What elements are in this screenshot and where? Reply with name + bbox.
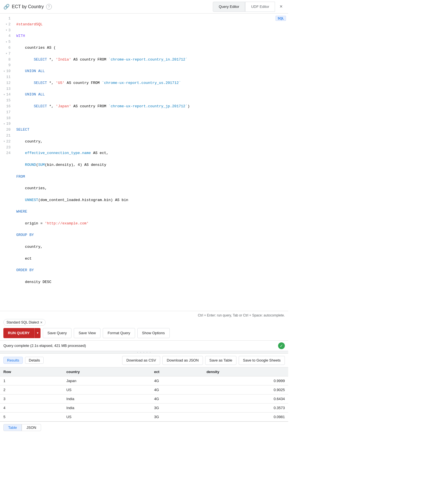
run-query-dropdown-arrow[interactable]: ▾ (34, 328, 41, 338)
header-tabs: Query Editor UDF Editor × (213, 2, 285, 12)
code-line-14: FROM (16, 174, 285, 180)
cell-ect-3: 4G (151, 394, 203, 403)
dialect-bar: Standard SQL Dialect × (3, 319, 285, 326)
line-15: 15 (3, 98, 11, 104)
line-22: ▾22 (3, 139, 11, 145)
dialect-tag: Standard SQL Dialect × (3, 319, 46, 326)
save-query-button[interactable]: Save Query (43, 328, 72, 338)
code-line-15: countries, (16, 186, 285, 191)
code-line-13: ROUND(SUM(bin.density), 4) AS density (16, 162, 285, 168)
line-6: 6 (3, 45, 11, 51)
line-20: 20 (3, 127, 11, 133)
header: 🔗 ECT by Country ? Query Editor UDF Edit… (0, 0, 288, 14)
dialect-label: Standard SQL Dialect (6, 320, 39, 324)
save-table-button[interactable]: Save as Table (205, 356, 236, 365)
bottom-tabs: Table JSON (0, 422, 288, 433)
code-line-19: GROUP BY (16, 232, 285, 238)
download-csv-button[interactable]: Download as CSV (122, 356, 160, 365)
line-11: 11 (3, 74, 11, 80)
cell-country-3: India (63, 394, 151, 403)
line-2: ▾2 (3, 22, 11, 28)
sql-badge: SQL (276, 16, 286, 21)
cell-row-1: 1 (0, 376, 63, 385)
save-view-button[interactable]: Save View (74, 328, 100, 338)
col-header-row: Row (0, 367, 63, 376)
code-lines[interactable]: #standardSQL WITH countries AS ( SELECT … (13, 16, 288, 309)
line-18: 18 (3, 115, 11, 121)
cell-country-4: India (63, 403, 151, 412)
run-query-label: RUN QUERY (3, 328, 34, 338)
tab-query-editor[interactable]: Query Editor (213, 2, 245, 12)
code-line-11: country, (16, 139, 285, 145)
line-14: ▾14 (3, 92, 11, 98)
col-header-ect: ect (151, 367, 203, 376)
code-line-16: UNNEST(dom_content_loaded.histogram.bin)… (16, 197, 285, 203)
tab-details[interactable]: Details (25, 357, 44, 364)
button-row: RUN QUERY ▾ Save Query Save View Format … (3, 328, 285, 338)
col-header-country: country (63, 367, 151, 376)
code-line-22: ORDER BY (16, 267, 285, 273)
check-icon: ✓ (278, 342, 285, 349)
run-query-button[interactable]: RUN QUERY ▾ (3, 328, 41, 338)
dialect-close-icon[interactable]: × (40, 320, 42, 325)
table-row: 2 US 4G 0.9025 (0, 385, 288, 394)
bottom-tab-json[interactable]: JSON (22, 424, 41, 431)
code-line-24 (16, 291, 285, 297)
code-editor[interactable]: 1 ▾2 ▾3 4 ▾5 6 ▾7 8 9 ▾10 11 12 13 ▾14 1… (0, 14, 288, 311)
line-10: ▾10 (3, 68, 11, 74)
save-sheets-button[interactable]: Save to Google Sheets (239, 356, 285, 365)
cell-density-3: 0.6434 (203, 394, 288, 403)
link-icon[interactable]: 🔗 (3, 4, 10, 10)
page-title: ECT by Country (12, 4, 44, 9)
code-line-8: SELECT *, 'Japan' AS country FROM `chrom… (16, 104, 285, 110)
line-9: 9 (3, 63, 11, 68)
code-line-3: countries AS ( (16, 45, 285, 51)
cell-ect-4: 3G (151, 403, 203, 412)
code-line-2: WITH (16, 33, 285, 39)
table-row: 5 US 3G 0.0981 (0, 412, 288, 421)
cell-ect-2: 4G (151, 385, 203, 394)
code-line-10: SELECT (16, 127, 285, 133)
download-json-button[interactable]: Download as JSON (162, 356, 203, 365)
code-line-20: country, (16, 244, 285, 250)
cell-country-2: US (63, 385, 151, 394)
cell-country-5: US (63, 412, 151, 421)
code-line-6: SELECT *, 'US' AS country FROM `chrome-u… (16, 80, 285, 86)
show-options-button[interactable]: Show Options (137, 328, 170, 338)
line-16: 16 (3, 104, 11, 110)
help-icon[interactable]: ? (46, 4, 52, 10)
line-4: 4 (3, 33, 11, 39)
resize-dots: · · · · · (137, 350, 151, 354)
close-button[interactable]: × (277, 3, 285, 11)
table-header-row: Row country ect density (0, 367, 288, 376)
tab-results[interactable]: Results (3, 357, 23, 364)
results-table: Row country ect density 1 Japan 4G 0.999… (0, 367, 288, 422)
format-query-button[interactable]: Format Query (103, 328, 135, 338)
cell-density-4: 0.3573 (203, 403, 288, 412)
cell-density-1: 0.9999 (203, 376, 288, 385)
col-header-density: density (203, 367, 288, 376)
results-area: Results Details Download as CSV Download… (0, 353, 288, 433)
resize-handle[interactable]: · · · · · (0, 351, 288, 353)
cell-ect-5: 3G (151, 412, 203, 421)
line-numbers: 1 ▾2 ▾3 4 ▾5 6 ▾7 8 9 ▾10 11 12 13 ▾14 1… (0, 16, 13, 309)
toolbar-area: Ctrl + Enter: run query, Tab or Ctrl + S… (0, 311, 288, 341)
tab-udf-editor[interactable]: UDF Editor (245, 2, 275, 12)
cell-row-5: 5 (0, 412, 63, 421)
code-line-7: UNION ALL (16, 92, 285, 98)
code-line-5: UNION ALL (16, 68, 285, 74)
line-3: ▾3 (3, 28, 11, 34)
hint-text: Ctrl + Enter: run query, Tab or Ctrl + S… (3, 313, 285, 319)
status-bar: Query complete (2.1s elapsed, 421 MB pro… (0, 341, 288, 351)
editor-container: SQL 1 ▾2 ▾3 4 ▾5 6 ▾7 8 9 ▾10 11 12 13 ▾… (0, 14, 288, 311)
line-1: 1 (3, 16, 11, 22)
line-8: 8 (3, 57, 11, 63)
line-21: 21 (3, 133, 11, 139)
line-7: ▾7 (3, 51, 11, 57)
bottom-tab-table[interactable]: Table (3, 424, 22, 431)
line-19: ▾19 (3, 121, 11, 127)
code-line-4: SELECT *, 'India' AS country FROM `chrom… (16, 57, 285, 63)
header-left: 🔗 ECT by Country ? (3, 4, 52, 10)
results-toolbar: Results Details Download as CSV Download… (0, 354, 288, 367)
line-23: 23 (3, 145, 11, 151)
